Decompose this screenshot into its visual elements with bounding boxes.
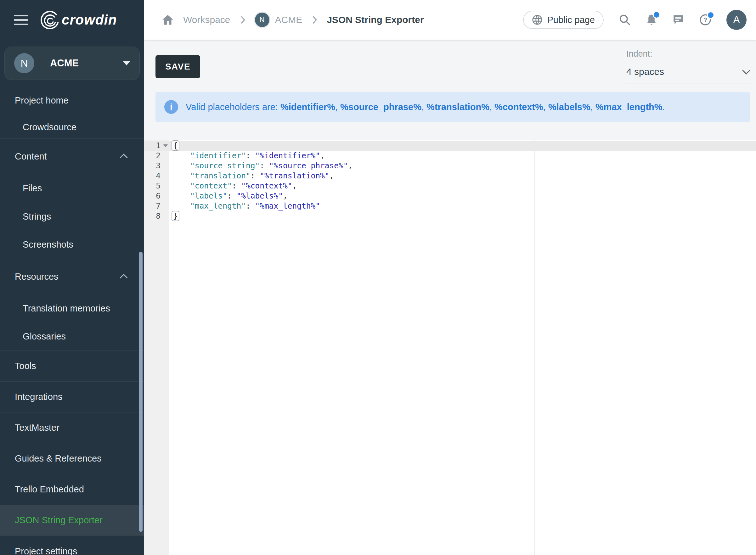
sidebar-item-resources[interactable]: Resources (0, 259, 144, 294)
info-icon: i (164, 100, 178, 114)
editor-line[interactable]: 5 "context": "%context%", (144, 181, 756, 191)
sidebar-item-project-settings[interactable]: Project settings (0, 536, 144, 555)
code-token-plain: : (246, 151, 255, 160)
sidebar-item-glossaries[interactable]: Glossaries (0, 323, 144, 351)
home-icon[interactable] (162, 14, 174, 25)
editor-line[interactable]: 2 "identifier": "%identifier%", (144, 151, 756, 161)
indent-select[interactable]: 4 spaces (626, 67, 751, 83)
line-number: 5 (144, 181, 169, 191)
page-title: JSON String Exporter (327, 14, 424, 25)
code-line: "identifier": "%identifier%", (169, 151, 325, 161)
code-token-plain: : (260, 161, 269, 170)
sidebar-item-translation-memories[interactable]: Translation memories (0, 294, 144, 323)
breadcrumb-project[interactable]: N ACME (255, 12, 302, 27)
user-avatar[interactable]: A (726, 10, 747, 30)
globe-icon (532, 14, 543, 25)
sidebar-item-strings[interactable]: Strings (0, 202, 144, 230)
sidebar-item-label: Project settings (15, 546, 77, 555)
project-name: ACME (50, 57, 123, 69)
placeholder-token: %labels% (548, 102, 590, 112)
chat-icon (672, 14, 684, 26)
project-avatar-small: N (255, 12, 269, 27)
app-window: crowdin N ACME Project homeCrowdsourceCo… (0, 0, 756, 555)
editor-line[interactable]: 8} (144, 211, 756, 221)
info-banner: i Valid placeholders are: %identifier%, … (156, 92, 750, 122)
sidebar-item-label: Tools (15, 361, 36, 371)
indent-value: 4 spaces (626, 67, 664, 77)
code-token-plain (172, 201, 190, 211)
indent-label: Indent: (626, 49, 751, 59)
code-token-plain: , (330, 171, 334, 180)
code-token-plain: , (320, 151, 325, 160)
code-token-plain: , (348, 161, 353, 170)
sidebar-scrollbar-thumb[interactable] (139, 252, 142, 532)
sidebar-logo-row: crowdin (0, 0, 144, 40)
line-number: 8 (144, 211, 169, 221)
sidebar-item-label: Translation memories (23, 303, 110, 314)
sidebar-item-label: Guides & References (15, 454, 102, 464)
sidebar-nav: Project homeCrowdsourceContentFilesStrin… (0, 85, 144, 555)
breadcrumb-workspace[interactable]: Workspace (183, 14, 230, 25)
breadcrumb-project-label: ACME (275, 14, 302, 25)
fold-arrow-icon[interactable] (163, 144, 168, 147)
save-button[interactable]: SAVE (156, 55, 200, 78)
editor-line[interactable]: 4 "translation": "%translation%", (144, 171, 756, 181)
code-token-key: "translation" (190, 171, 251, 180)
sidebar-item-guides-references[interactable]: Guides & References (0, 443, 144, 474)
sidebar-item-project-home[interactable]: Project home (0, 85, 144, 116)
sidebar-item-screenshots[interactable]: Screenshots (0, 230, 144, 259)
code-line: } (169, 211, 179, 221)
sidebar-item-json-string-exporter[interactable]: JSON String Exporter (0, 505, 144, 536)
help-dot (707, 11, 714, 19)
sidebar-item-label: Crowdsource (23, 122, 77, 132)
code-token-value: "%translation%" (260, 171, 329, 180)
line-number: 4 (144, 171, 169, 181)
sidebar-item-label: Resources (15, 271, 58, 282)
help-button[interactable]: ? (699, 14, 711, 26)
code-token-value: "%source_phrase%" (269, 161, 348, 170)
top-header: Workspace N ACME JSON String Exporter (144, 0, 756, 40)
sidebar-item-content[interactable]: Content (0, 139, 144, 174)
sidebar-item-files[interactable]: Files (0, 174, 144, 202)
code-editor[interactable]: 1{2 "identifier": "%identifier%",3 "sour… (144, 140, 756, 555)
editor-line[interactable]: 3 "source_string": "%source_phrase%", (144, 161, 756, 171)
page-body: SAVE Indent: 4 spaces i Valid placeholde… (144, 40, 756, 555)
header-actions: Public page (523, 10, 747, 30)
sidebar-item-label: Files (23, 183, 42, 194)
sidebar-item-label: TextMaster (15, 423, 59, 433)
placeholder-token: %max_length% (595, 102, 663, 112)
chevron-right-icon (311, 15, 317, 24)
code-token-plain (172, 181, 190, 190)
code-line: { (169, 141, 179, 151)
public-page-button[interactable]: Public page (523, 11, 604, 29)
search-button[interactable] (619, 14, 631, 26)
editor-line[interactable]: 1{ (144, 141, 756, 151)
hamburger-menu-icon[interactable] (14, 15, 28, 25)
sidebar-item-crowdsource[interactable]: Crowdsource (0, 116, 144, 139)
crowdin-logo[interactable]: crowdin (40, 10, 117, 30)
code-line: "source_string": "%source_phrase%", (169, 161, 352, 171)
code-line: "max_length": "%max_length%" (169, 201, 320, 211)
editor-line[interactable]: 7 "max_length": "%max_length%" (144, 201, 756, 211)
banner-segment: , (490, 102, 495, 112)
editor-line[interactable]: 6 "labels": "%labels%", (144, 191, 756, 201)
notifications-button[interactable] (646, 13, 657, 26)
code-token-key: "context" (190, 181, 232, 190)
svg-text:?: ? (704, 16, 708, 23)
sidebar-item-integrations[interactable]: Integrations (0, 382, 144, 413)
project-switcher[interactable]: N ACME (4, 47, 140, 80)
sidebar-item-label: Screenshots (23, 240, 73, 250)
sidebar-item-label: Integrations (15, 392, 62, 402)
placeholder-token: %context% (495, 102, 543, 112)
public-page-label: Public page (547, 15, 595, 25)
placeholder-token: %source_phrase% (340, 102, 421, 112)
sidebar-item-label: Content (15, 151, 47, 162)
code-token-key: "labels" (190, 191, 227, 201)
sidebar-item-textmaster[interactable]: TextMaster (0, 413, 144, 443)
messages-button[interactable] (672, 14, 684, 26)
sidebar-item-trello-embedded[interactable]: Trello Embedded (0, 474, 144, 505)
sidebar-item-tools[interactable]: Tools (0, 351, 144, 382)
code-token-value: "%labels%" (237, 191, 283, 201)
code-token-plain: : (251, 171, 260, 180)
main-area: Workspace N ACME JSON String Exporter (144, 0, 756, 555)
